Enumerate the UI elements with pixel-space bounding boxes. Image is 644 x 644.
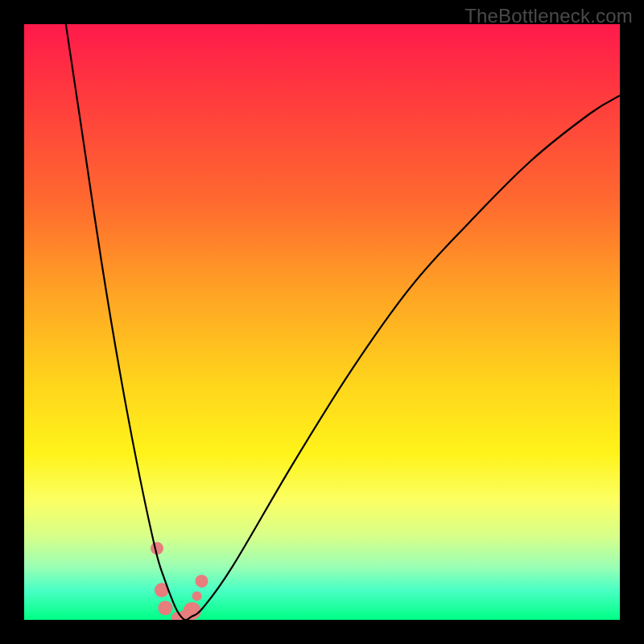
chart-frame: TheBottleneck.com bbox=[0, 0, 644, 644]
marker-dot bbox=[196, 575, 208, 588]
marker-dot bbox=[192, 591, 202, 601]
marker-dot bbox=[158, 601, 172, 615]
bottleneck-plot-svg bbox=[24, 24, 620, 620]
watermark-text: TheBottleneck.com bbox=[464, 5, 633, 27]
plot-area bbox=[24, 24, 620, 620]
bottleneck-curve bbox=[66, 24, 620, 620]
marker-layer bbox=[151, 542, 208, 620]
